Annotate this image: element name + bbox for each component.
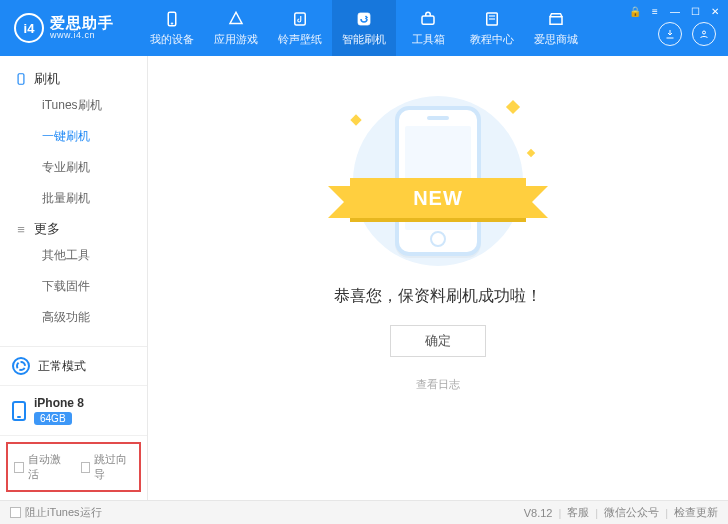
device-mode[interactable]: 正常模式 [0,347,147,386]
store-icon [547,10,565,28]
checkbox-label: 阻止iTunes运行 [25,505,102,520]
block-itunes-checkbox[interactable]: 阻止iTunes运行 [10,505,102,520]
nav-label: 应用游戏 [214,32,258,47]
sidebar-item-itunes-flash[interactable]: iTunes刷机 [0,90,147,121]
success-illustration: NEW [328,96,548,266]
status-bar: 阻止iTunes运行 V8.12 | 客服 | 微信公众号 | 检查更新 [0,500,728,524]
separator: | [558,507,561,519]
mode-icon [12,357,30,375]
auto-activate-checkbox[interactable]: 自动激活 [14,452,67,482]
skip-setup-checkbox[interactable]: 跳过向导 [81,452,134,482]
nav-tutorials[interactable]: 教程中心 [460,0,524,56]
separator: | [595,507,598,519]
footer-link-update[interactable]: 检查更新 [674,505,718,520]
nav-label: 工具箱 [412,32,445,47]
sidebar-bottom: 正常模式 iPhone 8 64GB 自动激活 跳过向导 [0,346,147,500]
sidebar-item-download-fw[interactable]: 下载固件 [0,271,147,302]
success-message: 恭喜您，保资料刷机成功啦！ [334,286,542,307]
nav-flash[interactable]: 智能刷机 [332,0,396,56]
close-icon[interactable]: ✕ [708,4,722,18]
checkbox-label: 跳过向导 [94,452,133,482]
sidebar-item-pro-flash[interactable]: 专业刷机 [0,152,147,183]
spark-icon [527,149,535,157]
spark-icon [506,100,520,114]
app-url: www.i4.cn [50,31,114,41]
svg-rect-4 [422,16,434,24]
storage-badge: 64GB [34,412,72,425]
lock-icon[interactable]: 🔒 [628,4,642,18]
nav-ringtones[interactable]: 铃声壁纸 [268,0,332,56]
nav-apps[interactable]: 应用游戏 [204,0,268,56]
svg-rect-9 [18,74,24,85]
window-controls: 🔒 ≡ — ☐ ✕ [628,4,722,18]
maximize-icon[interactable]: ☐ [688,4,702,18]
nav-toolbox[interactable]: 工具箱 [396,0,460,56]
sidebar-group-flash[interactable]: 刷机 [0,64,147,90]
sidebar-item-onekey-flash[interactable]: 一键刷机 [0,121,147,152]
footer-right: V8.12 | 客服 | 微信公众号 | 检查更新 [524,505,718,520]
sidebar-item-batch-flash[interactable]: 批量刷机 [0,183,147,214]
mode-label: 正常模式 [38,358,86,375]
menu-icon[interactable]: ≡ [648,4,662,18]
more-icon: ≡ [14,222,28,236]
minimize-icon[interactable]: — [668,4,682,18]
phone-icon [14,72,28,86]
app-body: 刷机 iTunes刷机 一键刷机 专业刷机 批量刷机 ≡ 更多 其他工具 下载固… [0,56,728,500]
spark-icon [350,114,361,125]
app-name: 爱思助手 [50,15,114,32]
nav-label: 铃声壁纸 [278,32,322,47]
device-icon [12,401,26,421]
device-info[interactable]: iPhone 8 64GB [0,386,147,436]
main-content: NEW 恭喜您，保资料刷机成功啦！ 确定 查看日志 [148,56,728,500]
checkbox-label: 自动激活 [28,452,67,482]
view-log-link[interactable]: 查看日志 [416,377,460,392]
device-name: iPhone 8 [34,396,84,410]
footer-link-support[interactable]: 客服 [567,505,589,520]
svg-rect-3 [358,13,370,25]
nav-label: 智能刷机 [342,32,386,47]
logo-icon: i4 [14,13,44,43]
toolbox-icon [419,10,437,28]
group-title: 更多 [34,220,60,238]
sidebar-item-other-tools[interactable]: 其他工具 [0,240,147,271]
confirm-button[interactable]: 确定 [390,325,486,357]
apps-icon [227,10,245,28]
footer-link-wechat[interactable]: 微信公众号 [604,505,659,520]
checkbox-icon [14,462,24,473]
app-header: i4 爱思助手 www.i4.cn 我的设备 应用游戏 铃声壁纸 智能刷机 工具… [0,0,728,56]
sidebar-scroll: 刷机 iTunes刷机 一键刷机 专业刷机 批量刷机 ≡ 更多 其他工具 下载固… [0,56,147,346]
sidebar: 刷机 iTunes刷机 一键刷机 专业刷机 批量刷机 ≡ 更多 其他工具 下载固… [0,56,148,500]
sidebar-group-more[interactable]: ≡ 更多 [0,214,147,240]
flash-icon [355,10,373,28]
version-label: V8.12 [524,507,553,519]
download-button[interactable] [658,22,682,46]
nav-my-device[interactable]: 我的设备 [140,0,204,56]
checkbox-icon [81,462,91,473]
group-title: 刷机 [34,70,60,88]
nav-label: 爱思商城 [534,32,578,47]
music-icon [291,10,309,28]
nav-label: 我的设备 [150,32,194,47]
checkbox-icon [10,507,21,518]
separator: | [665,507,668,519]
svg-point-1 [171,22,173,24]
user-button[interactable] [692,22,716,46]
nav-store[interactable]: 爱思商城 [524,0,588,56]
sidebar-item-advanced[interactable]: 高级功能 [0,302,147,333]
device-details: iPhone 8 64GB [34,396,84,425]
app-logo: i4 爱思助手 www.i4.cn [0,0,140,56]
phone-icon [163,10,181,28]
svg-point-8 [703,31,706,34]
nav-label: 教程中心 [470,32,514,47]
flash-options-highlight: 自动激活 跳过向导 [6,442,141,492]
top-nav: 我的设备 应用游戏 铃声壁纸 智能刷机 工具箱 教程中心 爱思商城 [140,0,658,56]
new-ribbon: NEW [350,178,526,218]
book-icon [483,10,501,28]
logo-text: 爱思助手 www.i4.cn [50,15,114,41]
svg-rect-2 [295,13,306,25]
